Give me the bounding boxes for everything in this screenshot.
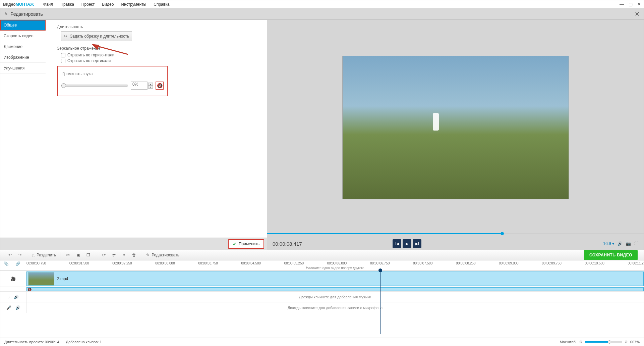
minimize-button[interactable]: — <box>620 2 624 7</box>
overlay-hint: Наложите одно видео поверх другого <box>26 266 644 270</box>
checkmark-icon: ✔ <box>233 241 237 247</box>
timeline: 📎 🔗 00:00:00.750 00:00:01.500 00:00:02.2… <box>0 260 644 338</box>
preview-frame <box>342 56 569 199</box>
aspect-ratio-selector[interactable]: 16:9 ▾ <box>603 241 614 246</box>
volume-up-button[interactable]: ▴ <box>148 83 153 86</box>
zoom-out-button[interactable]: ⊖ <box>579 340 582 344</box>
fullscreen-icon[interactable]: ⛶ <box>634 241 638 246</box>
audio-subtrack: 🔇 <box>0 287 644 292</box>
apply-button[interactable]: ✔ Применить <box>228 239 264 249</box>
split-label: Разделить <box>37 253 56 257</box>
tab-general[interactable]: Общее <box>0 20 46 31</box>
apply-bar: ✔ Применить <box>0 238 267 250</box>
status-bar: Длительность проекта: 00:00:14 Добавлено… <box>0 338 644 346</box>
snapshot-icon[interactable]: 📷 <box>626 241 631 246</box>
svg-line-0 <box>98 46 128 54</box>
link-icon[interactable]: 🔗 <box>15 261 20 266</box>
annotation-arrow-general <box>92 44 128 56</box>
copy-button[interactable]: ❐ <box>84 251 92 259</box>
undo-button[interactable]: ↶ <box>6 251 14 259</box>
pencil-icon: ✎ <box>146 253 150 257</box>
zoom-value: 667% <box>630 340 640 344</box>
video-clip[interactable]: 2.mp4 <box>26 271 644 286</box>
play-button[interactable]: ▶ <box>403 239 411 248</box>
crop-button[interactable]: ▣ <box>74 251 82 259</box>
menu-video[interactable]: Видео <box>102 2 114 7</box>
volume-value-input[interactable]: 0% <box>131 82 148 90</box>
tab-motion[interactable]: Движение <box>0 41 46 52</box>
editor-title: Редактировать <box>10 11 43 17</box>
cut-button[interactable]: ✂ <box>64 251 72 259</box>
zoom-label: Масштаб: <box>560 340 577 344</box>
tab-enhance[interactable]: Улучшения <box>0 63 46 73</box>
redo-button[interactable]: ↷ <box>16 251 24 259</box>
volume-group-highlight: Громкость звука 0% ▴ ▾ 🔇 <box>57 66 168 96</box>
apply-label: Применить <box>239 242 259 246</box>
brand-prefix: Видео <box>3 2 16 7</box>
clip-mute-icon: 🔇 <box>27 288 32 291</box>
save-video-button[interactable]: СОХРАНИТЬ ВИДЕО <box>584 250 638 260</box>
edit-label: Редактировать <box>152 253 179 257</box>
mic-volume-icon[interactable]: 🔊 <box>15 305 20 310</box>
volume-slider[interactable] <box>61 85 128 87</box>
mic-placeholder[interactable]: Дважды кликните для добавления записи с … <box>26 302 644 313</box>
brand-suffix: МОНТАЖ <box>16 2 34 7</box>
scissors-icon: ✂ <box>64 34 67 39</box>
rotate-button[interactable]: ⟳ <box>100 251 108 259</box>
zoom-in-button[interactable]: ⊕ <box>625 340 628 344</box>
clip-filename: 2.mp4 <box>57 277 68 281</box>
flip-button[interactable]: ⇄ <box>110 251 118 259</box>
mirror-label: Зеркальное отражение <box>57 46 255 51</box>
crop-button-label: Задать обрезку и длительность <box>70 34 129 39</box>
clip-thumbnail <box>28 272 54 286</box>
project-duration: Длительность проекта: 00:00:14 <box>4 340 59 344</box>
edit-icon: ✎ <box>4 12 8 16</box>
brand: ВидеоМОНТАЖ <box>3 2 34 7</box>
mic-track: 🎤🔊 Дважды кликните для добавления записи… <box>0 302 644 313</box>
split-button[interactable]: ⎌ Разделить <box>32 253 56 257</box>
split-icon: ⎌ <box>32 253 35 257</box>
menu-tools[interactable]: Инструменты <box>121 2 146 7</box>
volume-icon[interactable]: 🔊 <box>618 241 623 246</box>
zoom-slider[interactable] <box>585 341 622 343</box>
preview-progress[interactable] <box>267 232 644 235</box>
edit-sidebar: Общее Скорость видео Движение Изображени… <box>0 20 46 238</box>
prev-frame-button[interactable]: I◀ <box>393 239 401 248</box>
menu-file[interactable]: Файл <box>43 2 53 7</box>
delete-button[interactable]: 🗑 <box>130 251 138 259</box>
volume-down-button[interactable]: ▾ <box>148 86 153 89</box>
edit-clip-button[interactable]: ✎ Редактировать <box>146 253 179 257</box>
flip-vertical-label: Отразить по вертикали <box>67 58 111 63</box>
music-track: ♪🔊 Дважды кликните для добавления музыки <box>0 292 644 302</box>
tab-speed[interactable]: Скорость видео <box>0 31 46 41</box>
duration-label: Длительность <box>57 24 255 29</box>
clip-count: Добавлено клипов: 1 <box>66 340 102 344</box>
music-placeholder[interactable]: Дважды кликните для добавления музыки <box>26 292 644 302</box>
close-window-button[interactable]: ✕ <box>637 2 641 7</box>
maximize-button[interactable]: ▢ <box>629 2 633 7</box>
timecode: 00:00:08.417 <box>273 241 302 247</box>
mute-button[interactable]: 🔇 <box>156 82 164 90</box>
close-panel-button[interactable]: ✕ <box>635 10 640 18</box>
pin-icon[interactable]: 📎 <box>4 261 9 266</box>
preview-area <box>267 20 644 228</box>
audio-clip[interactable]: 🔇 <box>26 287 644 291</box>
mic-icon: 🎤 <box>6 305 11 310</box>
next-frame-button[interactable]: ▶I <box>413 239 421 248</box>
set-crop-duration-button[interactable]: ✂ Задать обрезку и длительность <box>61 31 132 41</box>
menu-edit[interactable]: Правка <box>60 2 74 7</box>
music-volume-icon[interactable]: 🔊 <box>14 295 19 299</box>
menubar: ВидеоМОНТАЖ Файл Правка Проект Видео Инс… <box>0 0 644 8</box>
video-track-icon: 🎥 <box>11 277 16 281</box>
editor-header: ✎ Редактировать ✕ <box>0 8 644 20</box>
flip-vertical-checkbox[interactable] <box>61 59 65 63</box>
volume-label: Громкость звука <box>61 71 94 76</box>
effects-button[interactable]: ✦ <box>120 251 128 259</box>
menu-help[interactable]: Справка <box>154 2 169 7</box>
flip-horizontal-checkbox[interactable] <box>61 53 65 57</box>
menu-project[interactable]: Проект <box>81 2 95 7</box>
svg-marker-1 <box>92 44 99 50</box>
playhead[interactable] <box>380 270 380 334</box>
tab-image[interactable]: Изображение <box>0 52 46 63</box>
timeline-ruler[interactable]: 📎 🔗 00:00:00.750 00:00:01.500 00:00:02.2… <box>0 260 644 270</box>
